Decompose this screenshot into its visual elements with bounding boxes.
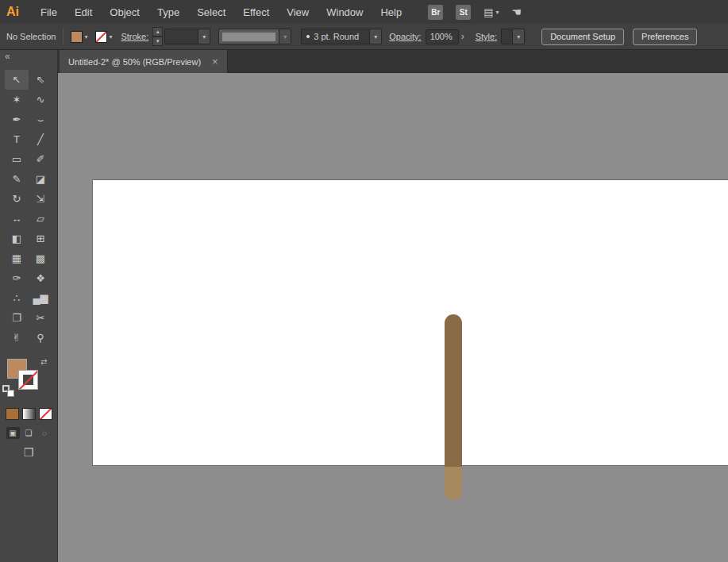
chevron-down-icon: ▾ — [279, 29, 291, 44]
stroke-weight-stepper[interactable]: ▴ ▾ — [152, 27, 163, 46]
default-fill-stroke-icon[interactable] — [2, 385, 14, 397]
slice-tool[interactable]: ✂ — [29, 308, 52, 328]
curvature-tool[interactable]: ⌣ — [29, 110, 52, 129]
menu-file[interactable]: File — [32, 6, 66, 18]
stroke-color-swatch[interactable] — [95, 31, 107, 43]
artboard-tool[interactable]: ❐ — [5, 308, 29, 328]
menu-edit[interactable]: Edit — [66, 6, 101, 18]
artboard[interactable] — [93, 180, 728, 465]
document-tab[interactable]: Untitled-2* @ 50% (RGB/Preview) × — [60, 50, 228, 73]
hand-tool[interactable]: ✌ — [5, 328, 29, 348]
screen-mode-row: ❒ — [0, 446, 57, 459]
eraser-tool[interactable]: ◪ — [29, 169, 52, 189]
menu-select[interactable]: Select — [188, 6, 234, 18]
document-setup-button[interactable]: Document Setup — [541, 29, 624, 45]
draw-inside-button[interactable]: ◌ — [38, 427, 52, 439]
gradient-tool[interactable]: ▩ — [29, 248, 52, 268]
opacity-value: 100% — [430, 32, 453, 41]
draw-normal-button[interactable]: ▣ — [6, 427, 20, 439]
symbol-sprayer-tool[interactable]: ∴ — [5, 288, 29, 308]
preferences-button[interactable]: Preferences — [633, 29, 697, 45]
swatch-buttons — [0, 408, 57, 420]
chevron-down-icon[interactable]: ▾ — [369, 29, 381, 44]
none-button[interactable] — [39, 408, 52, 420]
stock-button[interactable]: St — [456, 5, 471, 20]
scale-tool[interactable]: ⇲ — [29, 189, 52, 209]
direct-selection-tool[interactable]: ⇖ — [29, 70, 52, 90]
blend-tool[interactable]: ❖ — [29, 268, 52, 288]
width-profile-combo: ▾ — [218, 29, 291, 44]
stroke-weight-combo[interactable]: ▾ — [164, 29, 210, 44]
control-bar: No Selection ▾ ▾ Stroke: ▴ ▾ ▾ ▾ 3 pt. R… — [0, 24, 728, 50]
width-tool[interactable]: ↔ — [5, 209, 29, 229]
divider — [63, 29, 64, 44]
fill-dropdown-icon[interactable]: ▾ — [84, 33, 87, 40]
magic-wand-tool[interactable]: ✶ — [5, 90, 29, 110]
opacity-label[interactable]: Opacity: — [389, 32, 421, 41]
document-tab-title: Untitled-2* @ 50% (RGB/Preview) — [68, 57, 201, 67]
shaper-tool[interactable]: ✎ — [5, 169, 29, 189]
illustrator-window: Ai FileEditObjectTypeSelectEffectViewWin… — [0, 0, 728, 562]
rectangle-tool[interactable]: ▭ — [5, 149, 29, 169]
menu-type[interactable]: Type — [148, 6, 188, 18]
lasso-tool[interactable]: ∿ — [29, 90, 52, 110]
chevron-down-icon: ▾ — [496, 9, 499, 16]
swap-fill-stroke-icon[interactable]: ⇄ — [40, 357, 47, 366]
line-segment-tool[interactable]: ╱ — [29, 129, 52, 149]
none-slash-icon — [95, 31, 107, 43]
stick-body — [445, 314, 462, 467]
type-tool[interactable]: T — [5, 129, 29, 149]
menu-effect[interactable]: Effect — [234, 6, 278, 18]
gesture-hand-icon[interactable]: ☚ — [512, 6, 522, 18]
app-logo: Ai — [6, 5, 19, 19]
menu-object[interactable]: Object — [101, 6, 148, 18]
menu-window[interactable]: Window — [318, 6, 372, 18]
stepper-up-icon[interactable]: ▴ — [152, 27, 163, 37]
eyedropper-tool[interactable]: ✑ — [5, 268, 29, 288]
zoom-tool[interactable]: ⚲ — [29, 328, 52, 348]
screen-mode-button[interactable]: ❒ — [24, 446, 34, 459]
fill-stroke-indicator: ⇄ — [0, 358, 57, 399]
workspace-switcher[interactable]: ▤ ▾ — [483, 6, 499, 18]
menu-view[interactable]: View — [278, 6, 318, 18]
column-graph-tool[interactable]: ▄▆ — [29, 288, 52, 308]
bridge-button[interactable]: Br — [428, 5, 443, 20]
stroke-dropdown-icon[interactable]: ▾ — [109, 33, 112, 40]
menu-help[interactable]: Help — [372, 6, 410, 18]
style-combo[interactable]: ▾ — [501, 29, 525, 44]
perspective-grid-tool[interactable]: ⊞ — [29, 229, 52, 248]
stepper-down-icon[interactable]: ▾ — [152, 37, 163, 46]
popsicle-stick-shape[interactable] — [445, 314, 462, 500]
shape-builder-tool[interactable]: ◧ — [5, 229, 29, 248]
draw-behind-button[interactable]: ❏ — [22, 427, 36, 439]
chevron-down-icon[interactable]: ▾ — [198, 29, 210, 44]
opacity-chevron-icon[interactable]: › — [461, 31, 464, 42]
paintbrush-tool[interactable]: ✐ — [29, 149, 52, 169]
brush-name: 3 pt. Round — [310, 32, 369, 41]
gradient-button[interactable] — [22, 408, 36, 420]
menu-items: FileEditObjectTypeSelectEffectViewWindow… — [32, 6, 410, 18]
color-button[interactable] — [6, 408, 19, 420]
stroke-label[interactable]: Stroke: — [121, 32, 148, 41]
fill-color-swatch[interactable] — [71, 31, 83, 43]
stroke-indicator[interactable] — [18, 370, 38, 390]
free-transform-tool[interactable]: ▱ — [29, 209, 52, 229]
rotate-tool[interactable]: ↻ — [5, 189, 29, 209]
collapse-panel-icon[interactable]: « — [0, 50, 57, 64]
brush-definition-combo[interactable]: 3 pt. Round ▾ — [301, 29, 382, 44]
pen-tool[interactable]: ✒ — [5, 110, 29, 129]
draw-mode-row: ▣❏◌ — [0, 427, 57, 439]
none-slash-icon — [39, 408, 52, 420]
style-label[interactable]: Style: — [476, 32, 498, 41]
document-tab-bar: Untitled-2* @ 50% (RGB/Preview) × — [58, 50, 728, 73]
canvas-area[interactable] — [58, 73, 728, 562]
width-profile-preview — [222, 33, 275, 41]
selection-status: No Selection — [6, 32, 56, 41]
mesh-tool[interactable]: ▦ — [5, 248, 29, 268]
workspace-icon: ▤ — [483, 6, 493, 18]
close-tab-icon[interactable]: × — [212, 56, 218, 67]
opacity-field[interactable]: 100% — [426, 29, 459, 44]
selection-tool[interactable]: ↖ — [5, 70, 29, 90]
chevron-down-icon[interactable]: ▾ — [512, 29, 524, 44]
menu-bar: Ai FileEditObjectTypeSelectEffectViewWin… — [0, 0, 728, 24]
